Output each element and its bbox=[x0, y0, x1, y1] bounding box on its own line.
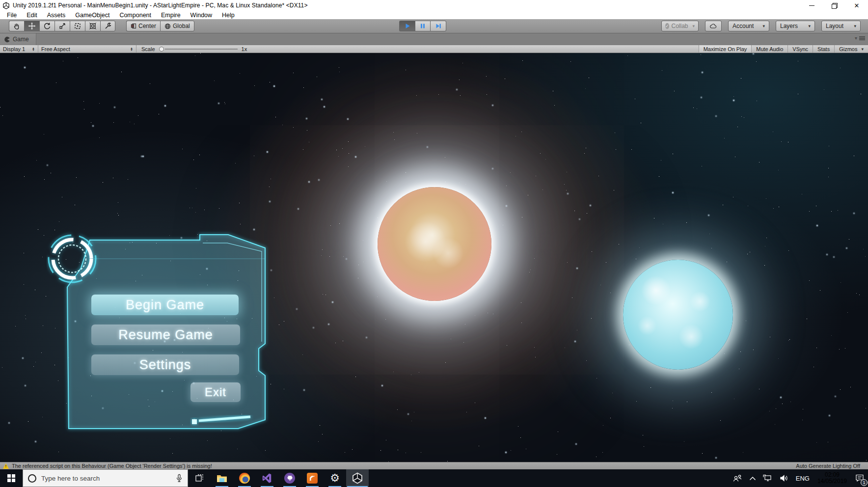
play-controls bbox=[399, 21, 446, 31]
network-button[interactable] bbox=[760, 469, 776, 487]
stats-label: Stats bbox=[817, 46, 830, 52]
chevron-down-icon: ▾ bbox=[854, 24, 856, 28]
settings-button[interactable]: Settings bbox=[91, 354, 239, 375]
menu-gameobject[interactable]: GameObject bbox=[70, 12, 114, 19]
scale-control: Scale 1x bbox=[136, 46, 247, 52]
popup-arrows-icon: ▲▼ bbox=[130, 47, 133, 51]
step-button[interactable] bbox=[431, 21, 446, 31]
menu-component[interactable]: Component bbox=[114, 12, 156, 19]
network-icon bbox=[763, 474, 773, 482]
cortana-icon bbox=[28, 474, 36, 483]
mute-audio-button[interactable]: Mute Audio bbox=[751, 45, 787, 53]
start-button[interactable] bbox=[0, 469, 23, 487]
layout-label: Layout bbox=[826, 23, 843, 29]
chevron-down-icon: ▾ bbox=[808, 24, 811, 28]
menu-file[interactable]: File bbox=[2, 12, 22, 19]
chevron-down-icon: ▾ bbox=[762, 24, 765, 28]
collab-button[interactable]: ✓ Collab ▾ bbox=[661, 21, 699, 31]
pivot-global-button[interactable]: Global bbox=[160, 21, 194, 31]
scale-slider-knob[interactable] bbox=[159, 47, 164, 52]
tab-game[interactable]: Game bbox=[0, 33, 36, 45]
status-bar[interactable]: The referenced script on this Behaviour … bbox=[0, 462, 868, 469]
warning-icon bbox=[3, 463, 9, 469]
display-label: Display 1 bbox=[3, 46, 25, 52]
maximize-on-play-label: Maximize On Play bbox=[704, 46, 747, 52]
task-view-icon bbox=[195, 474, 204, 483]
pivot-global-label: Global bbox=[173, 23, 190, 29]
layout-dropdown[interactable]: Layout ▾ bbox=[821, 21, 861, 31]
gear-icon: ⚙ bbox=[330, 473, 340, 484]
tab-corner-controls[interactable]: ▾ bbox=[855, 35, 865, 41]
language-indicator[interactable]: ENG bbox=[792, 469, 813, 487]
auto-generate-lighting-toggle[interactable]: Auto Generate Lighting Off bbox=[796, 463, 865, 469]
speaker-icon bbox=[780, 474, 789, 482]
hand-tool-button[interactable] bbox=[9, 21, 24, 31]
aspect-dropdown[interactable]: Free Aspect ▲▼ bbox=[38, 45, 136, 53]
popup-arrows-icon: ▲▼ bbox=[32, 47, 35, 51]
menu-window[interactable]: Window bbox=[186, 12, 217, 19]
layers-dropdown[interactable]: Layers ▾ bbox=[776, 21, 815, 31]
task-view-button[interactable] bbox=[188, 469, 211, 487]
taskbar-app-firefox[interactable] bbox=[233, 469, 256, 487]
action-center-button[interactable]: 1 bbox=[851, 469, 868, 487]
display-dropdown[interactable]: Display 1 ▲▼ bbox=[0, 45, 38, 53]
visual-studio-icon bbox=[262, 473, 272, 484]
volume-button[interactable] bbox=[776, 469, 792, 487]
maximize-on-play-button[interactable]: Maximize On Play bbox=[699, 45, 752, 53]
clock[interactable]: 02:09 14/05/2019 bbox=[813, 472, 851, 485]
menu-edit[interactable]: Edit bbox=[22, 12, 42, 19]
taskbar-app-unity[interactable] bbox=[346, 469, 369, 487]
play-button[interactable] bbox=[399, 21, 415, 31]
layers-label: Layers bbox=[780, 23, 798, 29]
planet-earth bbox=[623, 260, 733, 370]
custom-tool-button[interactable] bbox=[100, 21, 115, 31]
close-button[interactable]: ✕ bbox=[845, 0, 868, 11]
menu-assets[interactable]: Assets bbox=[42, 12, 71, 19]
minimize-icon bbox=[809, 5, 814, 6]
vsync-label: VSync bbox=[792, 46, 808, 52]
restore-button[interactable] bbox=[823, 0, 845, 11]
play-icon bbox=[404, 23, 411, 29]
aspect-label: Free Aspect bbox=[41, 46, 70, 52]
transform-tool-icon bbox=[89, 22, 97, 30]
search-input[interactable] bbox=[41, 475, 171, 482]
panel-bottom-node bbox=[192, 419, 197, 424]
menu-help[interactable]: Help bbox=[217, 12, 240, 19]
language-label: ENG bbox=[796, 475, 810, 482]
microphone-icon[interactable] bbox=[176, 474, 183, 483]
taskbar-app-settings[interactable]: ⚙ bbox=[324, 469, 346, 487]
scale-tool-icon bbox=[58, 22, 66, 30]
window-title: Unity 2019.1.2f1 Personal - MainMenuBegi… bbox=[13, 2, 308, 9]
begin-game-button[interactable]: Begin Game bbox=[91, 295, 239, 315]
taskbar-app-file-explorer[interactable] bbox=[211, 469, 233, 487]
scale-slider-track[interactable] bbox=[165, 49, 238, 50]
menu-empire[interactable]: Empire bbox=[156, 12, 186, 19]
tool-buttons bbox=[9, 21, 115, 31]
exit-button[interactable]: Exit bbox=[190, 382, 241, 402]
resume-game-button[interactable]: Resume Game bbox=[91, 325, 240, 345]
taskbar-app-visual-studio[interactable] bbox=[256, 469, 278, 487]
minimize-button[interactable] bbox=[800, 0, 823, 11]
chevron-down-icon: ▾ bbox=[693, 24, 695, 28]
globe-icon bbox=[164, 23, 171, 29]
pause-button[interactable] bbox=[415, 21, 431, 31]
pivot-controls: Center Global bbox=[126, 21, 194, 31]
scale-tool-button[interactable] bbox=[54, 21, 70, 31]
rect-tool-button[interactable] bbox=[70, 21, 85, 31]
move-tool-button[interactable] bbox=[24, 21, 39, 31]
people-button[interactable] bbox=[729, 469, 746, 487]
taskbar-search[interactable] bbox=[23, 469, 188, 487]
gizmos-dropdown[interactable]: Gizmos ▾ bbox=[834, 45, 868, 53]
restore-icon bbox=[832, 3, 837, 8]
notification-badge: 1 bbox=[861, 479, 868, 486]
vsync-button[interactable]: VSync bbox=[787, 45, 813, 53]
account-dropdown[interactable]: Account ▾ bbox=[728, 21, 769, 31]
cloud-button[interactable] bbox=[705, 21, 722, 31]
stats-button[interactable]: Stats bbox=[813, 45, 834, 53]
transform-tool-button[interactable] bbox=[85, 21, 100, 31]
tray-expand-button[interactable] bbox=[746, 469, 760, 487]
rotate-tool-button[interactable] bbox=[39, 21, 54, 31]
taskbar-app-github-desktop[interactable] bbox=[278, 469, 301, 487]
taskbar-app-rss[interactable] bbox=[301, 469, 324, 487]
pivot-center-button[interactable]: Center bbox=[126, 21, 160, 31]
